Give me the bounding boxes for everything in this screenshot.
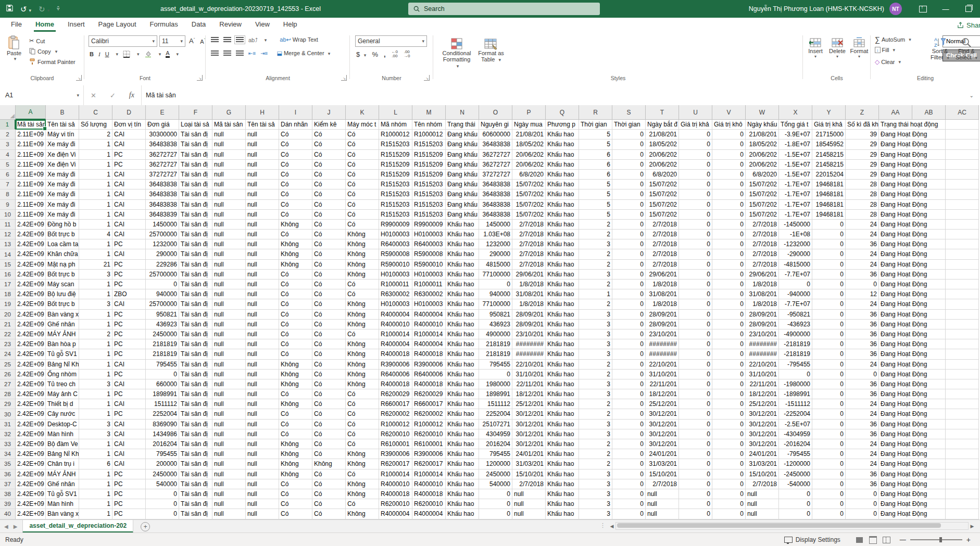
cell-P29[interactable]: 25/12/201 (512, 399, 546, 409)
cell-G2[interactable]: null (212, 130, 246, 139)
cell-E25[interactable]: 795455 (146, 360, 179, 370)
cell-L16[interactable]: H0100003 (379, 270, 412, 280)
wrap-text-button[interactable]: ab↩ Wrap Text (280, 36, 318, 43)
cell-R14[interactable]: 2 (579, 249, 612, 259)
cell-L27[interactable]: R4000018 (379, 379, 412, 389)
cell-Y6[interactable]: 22015204 (812, 170, 846, 180)
cell-U8[interactable]: 0 (679, 189, 712, 199)
cell-L37[interactable]: R4000010 (379, 479, 412, 489)
cell-AA15[interactable]: Đang Hoạt Động (879, 260, 912, 270)
cell-H5[interactable]: null (246, 160, 279, 170)
cell-C18[interactable]: 1 (79, 289, 112, 299)
cell-AA1[interactable]: Trạng thái hoạt động (879, 120, 912, 130)
row-header-1[interactable]: 1 (0, 120, 16, 130)
cell-R38[interactable]: 3 (579, 489, 612, 499)
cell-L40[interactable]: R4000004 (379, 509, 412, 519)
cell-AA32[interactable]: Đang Hoạt Động (879, 429, 912, 439)
cell-C27[interactable]: 3 (79, 379, 112, 389)
cell-A35[interactable]: 2.42E+09 (16, 459, 46, 469)
cell-AA18[interactable]: Đang Hoạt Động (879, 289, 912, 299)
cell-Z15[interactable]: 24 (846, 260, 879, 270)
cell-R32[interactable]: 3 (579, 429, 612, 439)
search-input[interactable]: Search (408, 3, 600, 15)
row-header-15[interactable]: 15 (0, 260, 16, 270)
cell-C19[interactable]: 3 (79, 299, 112, 309)
cell-B20[interactable]: Bàn vàng x (46, 310, 79, 320)
cell-R15[interactable]: 2 (579, 260, 612, 270)
cell-G4[interactable]: null (212, 150, 246, 160)
cell-Y38[interactable]: 0 (812, 489, 846, 499)
cell-AC38[interactable] (946, 489, 979, 499)
cell-B33[interactable]: Bộ đàm Ve (46, 439, 79, 449)
cell-V33[interactable]: 0 (712, 439, 746, 449)
cell-C29[interactable]: 1 (79, 399, 112, 409)
cell-AC21[interactable] (946, 320, 979, 329)
cell-E21[interactable]: 436923 (146, 320, 179, 329)
cell-Q12[interactable]: Khấu hao (546, 230, 579, 239)
cell-U17[interactable]: 0 (679, 280, 712, 289)
cell-D16[interactable]: PC (112, 270, 146, 280)
cell-N36[interactable]: Khấu hao (446, 469, 479, 479)
cell-H6[interactable]: null (246, 170, 279, 180)
cell-T3[interactable]: 18/05/202 (646, 139, 679, 149)
cell-N29[interactable]: Khấu hao (446, 399, 479, 409)
cell-V24[interactable]: 0 (712, 349, 746, 359)
row-header-2[interactable]: 2 (0, 130, 16, 139)
cell-H23[interactable]: null (246, 339, 279, 349)
cell-V13[interactable]: 0 (712, 239, 746, 249)
cell-A12[interactable]: 2.42E+09 (16, 230, 46, 239)
cell-AA17[interactable]: Đang Hoạt Động (879, 280, 912, 289)
cell-Z26[interactable]: 0 (846, 370, 879, 379)
cell-N26[interactable]: Khấu hao (446, 370, 479, 379)
cell-B13[interactable]: Loa cầm ta (46, 239, 79, 249)
cell-Z39[interactable]: 0 (846, 499, 879, 509)
cell-Y25[interactable]: 0 (812, 360, 846, 370)
cell-AC32[interactable] (946, 429, 979, 439)
cell-D38[interactable]: PC (112, 489, 146, 499)
cell-M25[interactable]: R3900006 (412, 360, 446, 370)
cell-U38[interactable]: 0 (679, 489, 712, 499)
cell-P18[interactable]: 31/08/201 (512, 289, 546, 299)
cell-L28[interactable]: R6200029 (379, 389, 412, 399)
cell-V34[interactable]: 0 (712, 449, 746, 459)
cell-H7[interactable]: null (246, 180, 279, 189)
cell-Y40[interactable]: 0 (812, 509, 846, 519)
cell-E14[interactable]: 290000 (146, 249, 179, 259)
cell-E29[interactable]: 1511112 (146, 399, 179, 409)
cell-Z11[interactable]: 24 (846, 220, 879, 230)
cell-Z8[interactable]: 28 (846, 189, 879, 199)
cell-T20[interactable]: 28/09/201 (646, 310, 679, 320)
display-settings-button[interactable]: Display Settings (784, 536, 840, 543)
cell-D40[interactable]: PC (112, 509, 146, 519)
row-header-37[interactable]: 37 (0, 479, 16, 489)
cell-Y18[interactable]: 0 (812, 289, 846, 299)
cell-F22[interactable]: Tài sản đị (179, 329, 212, 339)
menu-tab-help[interactable]: Help (277, 18, 304, 32)
cell-X27[interactable]: -1980000 (779, 379, 812, 389)
cell-X12[interactable]: -1E+08 (779, 230, 812, 239)
cell-H13[interactable]: null (246, 239, 279, 249)
row-header-22[interactable]: 22 (0, 329, 16, 339)
cell-I32[interactable]: Có (279, 429, 312, 439)
cell-K6[interactable]: Có (346, 170, 379, 180)
row-header-32[interactable]: 32 (0, 429, 16, 439)
cell-I29[interactable]: Không (279, 399, 312, 409)
cell-AA23[interactable]: Đang Hoạt Động (879, 339, 912, 349)
cell-C15[interactable]: 21 (79, 260, 112, 270)
menu-tab-review[interactable]: Review (212, 18, 248, 32)
cell-M37[interactable]: R4000010 (412, 479, 446, 489)
cell-I18[interactable]: Có (279, 289, 312, 299)
cell-C6[interactable]: 1 (79, 170, 112, 180)
cell-B22[interactable]: MÁY ẢNH (46, 329, 79, 339)
merge-center-button[interactable]: ⬓ Merge & Center ▾ (277, 50, 330, 57)
column-header-X[interactable]: X (779, 105, 812, 120)
cell-B38[interactable]: Tủ gỗ SV1 (46, 489, 79, 499)
cell-T2[interactable]: 21/08/201 (646, 130, 679, 139)
cell-H30[interactable]: null (246, 409, 279, 419)
cell-L5[interactable]: R1515209 (379, 160, 412, 170)
cell-P30[interactable]: 30/12/201 (512, 409, 546, 419)
cell-Z30[interactable]: 24 (846, 409, 879, 419)
cell-H8[interactable]: null (246, 189, 279, 199)
insert-cells-button[interactable]: Insert▾ (804, 34, 827, 59)
cell-C28[interactable]: 1 (79, 389, 112, 399)
